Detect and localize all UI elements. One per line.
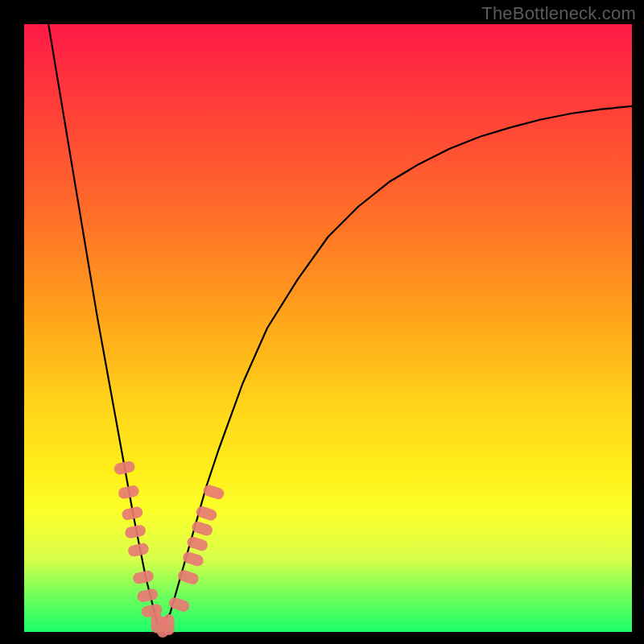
plot-area: [24, 24, 632, 632]
chart-frame: TheBottleneck.com: [0, 0, 644, 644]
curve-markers: [113, 460, 225, 638]
marker: [163, 614, 175, 635]
marker: [181, 551, 204, 568]
marker: [132, 570, 155, 585]
marker: [121, 506, 143, 521]
marker: [113, 460, 135, 476]
marker: [176, 568, 200, 585]
marker: [118, 485, 140, 500]
marker: [136, 588, 159, 603]
chart-svg: [24, 24, 632, 632]
marker: [127, 543, 150, 558]
marker: [191, 520, 214, 537]
marker: [195, 505, 218, 522]
marker: [124, 524, 147, 539]
watermark-text: TheBottleneck.com: [481, 3, 636, 24]
